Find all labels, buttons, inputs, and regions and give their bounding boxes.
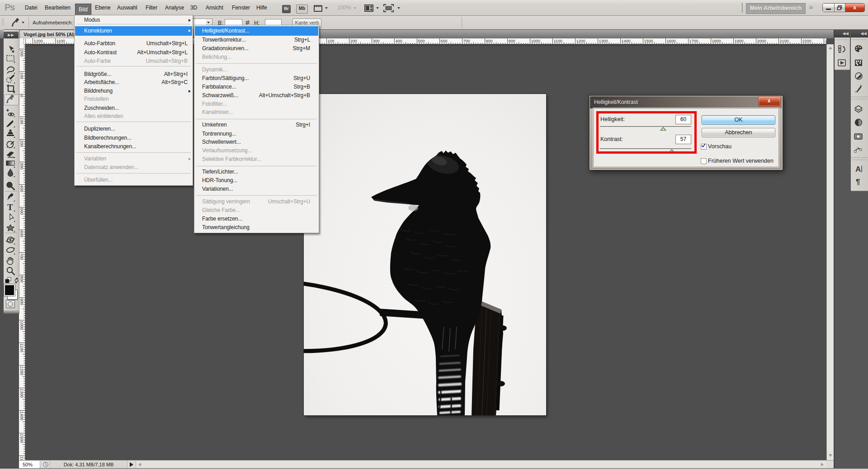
svg-text:200: 200 [19, 50, 24, 56]
svg-text:600: 600 [441, 39, 448, 43]
svg-text:300: 300 [19, 163, 24, 169]
svg-text:1300: 1300 [19, 389, 24, 398]
svg-text:700: 700 [463, 39, 470, 43]
svg-text:600: 600 [19, 230, 24, 237]
svg-text:1700: 1700 [689, 39, 698, 43]
svg-text:1000: 1000 [531, 39, 540, 43]
svg-text:1500: 1500 [19, 434, 24, 443]
svg-text:300: 300 [373, 39, 380, 43]
svg-text:200: 200 [19, 140, 24, 147]
svg-text:2300: 2300 [825, 39, 827, 43]
svg-text:1100: 1100 [19, 343, 24, 352]
svg-text:1400: 1400 [19, 411, 24, 420]
svg-text:1200: 1200 [34, 39, 43, 43]
svg-text:1000: 1000 [19, 321, 24, 330]
svg-text:900: 900 [19, 298, 24, 305]
svg-text:A: A [855, 165, 861, 174]
svg-text:500: 500 [19, 208, 24, 215]
svg-text:2200: 2200 [802, 39, 811, 43]
svg-text:200: 200 [350, 39, 357, 43]
svg-text:100: 100 [19, 72, 24, 79]
svg-text:400: 400 [396, 39, 402, 43]
svg-text:1100: 1100 [554, 39, 562, 43]
svg-text:2100: 2100 [780, 39, 789, 43]
svg-text:1600: 1600 [667, 39, 676, 43]
svg-text:500: 500 [418, 39, 425, 43]
svg-text:1400: 1400 [622, 39, 631, 43]
svg-text:900: 900 [509, 39, 515, 43]
svg-text:1100: 1100 [57, 39, 65, 43]
svg-text:0: 0 [19, 95, 24, 97]
svg-text:100: 100 [328, 39, 335, 43]
svg-text:1200: 1200 [19, 366, 24, 375]
svg-text:¶: ¶ [856, 178, 860, 186]
svg-text:100: 100 [19, 118, 24, 124]
svg-text:1500: 1500 [644, 39, 653, 43]
svg-text:1600: 1600 [19, 456, 24, 460]
svg-text:2000: 2000 [757, 39, 766, 43]
svg-text:1900: 1900 [735, 39, 744, 43]
svg-text:1800: 1800 [712, 39, 721, 43]
svg-text:1300: 1300 [599, 39, 608, 43]
svg-text:700: 700 [19, 253, 24, 260]
svg-text:800: 800 [486, 39, 493, 43]
svg-text:T: T [7, 202, 13, 212]
svg-text:400: 400 [19, 185, 24, 192]
svg-text:1200: 1200 [576, 39, 585, 43]
